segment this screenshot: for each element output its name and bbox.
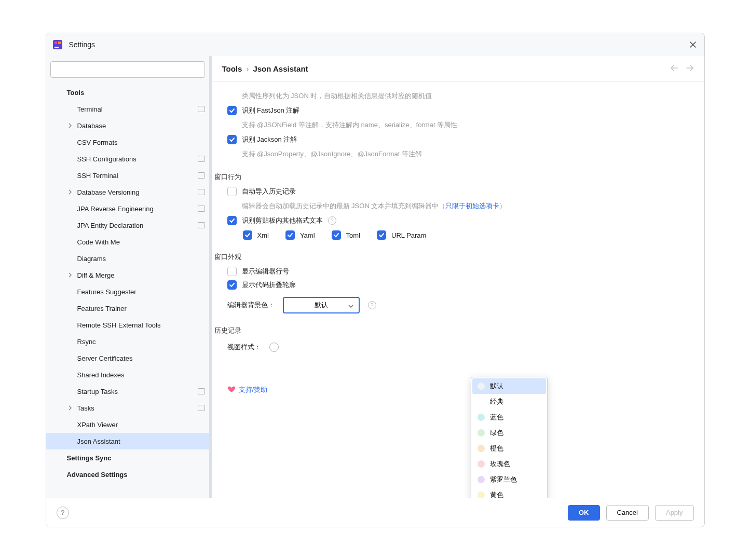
project-badge-icon [198, 156, 205, 162]
clipboard-checkbox[interactable] [227, 216, 237, 225]
settings-tree: ToolsTerminalDatabaseCSV FormatsSSH Conf… [46, 82, 209, 498]
sidebar-item-diagrams[interactable]: Diagrams [46, 250, 209, 267]
fastjson-checkbox[interactable] [227, 106, 237, 115]
search-input[interactable] [50, 61, 205, 78]
sidebar-item-label: Settings Sync [67, 454, 112, 462]
dropdown-item-绿色[interactable]: 绿色 [472, 425, 546, 441]
sidebar-item-label: XPath Viewer [77, 421, 118, 429]
color-swatch-icon [478, 414, 485, 421]
view-style-radio[interactable] [269, 343, 279, 352]
color-swatch-icon [478, 383, 485, 390]
auto-import-link[interactable]: 只限于初始选项卡 [445, 202, 499, 210]
sidebar-item-features-trainer[interactable]: Features Trainer [46, 300, 209, 317]
jackson-checkbox[interactable] [227, 135, 237, 144]
section-appearance-title: 窗口外观 [214, 252, 689, 262]
urlparam-label: URL Param [391, 231, 426, 239]
dropdown-item-橙色[interactable]: 橙色 [472, 441, 546, 456]
cancel-button[interactable]: Cancel [606, 505, 649, 521]
sidebar-item-csv-formats[interactable]: CSV Formats [46, 134, 209, 151]
sidebar-item-ssh-configurations[interactable]: SSH Configurations [46, 151, 209, 167]
sidebar-item-features-suggester[interactable]: Features Suggester [46, 283, 209, 300]
dropdown-item-蓝色[interactable]: 蓝色 [472, 409, 546, 425]
main-panel: Tools › Json Assistant 类属性序列化为 JSON 时，自动… [210, 56, 704, 498]
apply-button[interactable]: Apply [655, 505, 694, 521]
bg-color-value: 默认 [315, 301, 328, 310]
yaml-checkbox[interactable] [285, 230, 295, 240]
sidebar-item-label: Tools [67, 89, 85, 97]
sidebar-item-label: Database Versioning [77, 188, 140, 196]
toml-checkbox[interactable] [332, 230, 341, 240]
content-area: 类属性序列化为 JSON 时，自动根据相关信息提供对应的随机值 识别 FastJ… [212, 82, 704, 498]
sidebar-item-server-certificates[interactable]: Server Certificates [46, 350, 209, 366]
bg-color-select[interactable]: 默认 [283, 297, 360, 313]
dropdown-item-紫罗兰色[interactable]: 紫罗兰色 [472, 472, 546, 487]
project-badge-icon [198, 405, 205, 411]
bg-color-label: 编辑器背景色： [227, 301, 275, 310]
auto-import-checkbox[interactable] [227, 187, 237, 196]
sidebar-item-label: Features Suggester [77, 288, 137, 296]
chevron-right-icon [68, 271, 72, 279]
sidebar-item-settings-sync[interactable]: Settings Sync [46, 449, 209, 466]
settings-dialog: Settings ToolsTerminalDatabaseCSV Format… [46, 33, 705, 527]
sidebar-item-label: Database [77, 122, 106, 130]
urlparam-checkbox[interactable] [377, 230, 386, 240]
nav-back-icon[interactable] [670, 64, 678, 73]
sidebar-item-tools[interactable]: Tools [46, 84, 209, 101]
sidebar-item-jpa-entity-declaration[interactable]: JPA Entity Declaration [46, 217, 209, 234]
color-swatch-icon [478, 398, 485, 405]
sidebar-item-database-versioning[interactable]: Database Versioning [46, 184, 209, 200]
yaml-label: Yaml [300, 231, 315, 239]
ok-button[interactable]: OK [568, 505, 600, 521]
sidebar-item-remote-ssh-external-tools[interactable]: Remote SSH External Tools [46, 317, 209, 333]
dropdown-item-label: 蓝色 [490, 413, 503, 422]
folding-checkbox[interactable] [227, 280, 237, 290]
sidebar-item-shared-indexes[interactable]: Shared Indexes [46, 366, 209, 383]
dropdown-item-label: 黄色 [490, 490, 503, 498]
project-badge-icon [198, 206, 205, 212]
sidebar-item-label: Rsync [77, 338, 96, 346]
help-icon[interactable]: ? [368, 301, 376, 309]
nav-forward-icon[interactable] [686, 64, 694, 73]
support-link[interactable]: 支持/赞助 [227, 385, 689, 394]
sidebar-item-tasks[interactable]: Tasks [46, 400, 209, 416]
dropdown-item-label: 默认 [490, 381, 503, 391]
project-badge-icon [198, 172, 205, 179]
sidebar-item-label: SSH Configurations [77, 155, 137, 163]
svg-rect-0 [53, 40, 62, 49]
help-icon[interactable]: ? [328, 216, 336, 225]
dropdown-item-经典[interactable]: 经典 [472, 394, 546, 409]
sidebar-item-startup-tasks[interactable]: Startup Tasks [46, 383, 209, 400]
dropdown-item-默认[interactable]: 默认 [472, 378, 546, 394]
breadcrumb-bar: Tools › Json Assistant [212, 56, 704, 82]
help-button[interactable]: ? [57, 507, 69, 519]
jackson-label: 识别 Jackson 注解 [242, 135, 297, 144]
toml-label: Toml [346, 231, 360, 239]
view-style-label: 视图样式： [227, 343, 261, 352]
sidebar-item-code-with-me[interactable]: Code With Me [46, 234, 209, 250]
sidebar-item-advanced-settings[interactable]: Advanced Settings [46, 466, 209, 483]
sidebar-item-rsync[interactable]: Rsync [46, 333, 209, 350]
sidebar-item-jpa-reverse-engineering[interactable]: JPA Reverse Engineering [46, 200, 209, 217]
chevron-right-icon [68, 122, 72, 130]
dropdown-item-黄色[interactable]: 黄色 [472, 487, 546, 498]
breadcrumb-root[interactable]: Tools [222, 64, 242, 73]
sidebar-item-json-assistant[interactable]: Json Assistant [46, 433, 209, 449]
svg-rect-2 [58, 42, 61, 44]
sidebar-item-terminal[interactable]: Terminal [46, 101, 209, 117]
line-numbers-checkbox[interactable] [227, 267, 237, 276]
sidebar-item-diff-&-merge[interactable]: Diff & Merge [46, 267, 209, 283]
chevron-right-icon [68, 188, 72, 196]
jackson-hint: 支持 @JsonProperty、@JsonIgnore、@JsonFormat… [242, 148, 689, 160]
auto-import-label: 自动导入历史记录 [242, 187, 296, 196]
dropdown-item-玫瑰色[interactable]: 玫瑰色 [472, 456, 546, 472]
section-behavior-title: 窗口行为 [214, 172, 689, 182]
dropdown-item-label: 橙色 [490, 444, 503, 453]
sidebar-item-xpath-viewer[interactable]: XPath Viewer [46, 416, 209, 433]
close-button[interactable] [688, 39, 698, 50]
sidebar-item-ssh-terminal[interactable]: SSH Terminal [46, 167, 209, 184]
sidebar-item-label: Tasks [77, 404, 94, 412]
sidebar-item-database[interactable]: Database [46, 117, 209, 134]
color-swatch-icon [478, 476, 485, 483]
dropdown-item-label: 紫罗兰色 [490, 475, 517, 484]
xml-checkbox[interactable] [243, 230, 252, 240]
